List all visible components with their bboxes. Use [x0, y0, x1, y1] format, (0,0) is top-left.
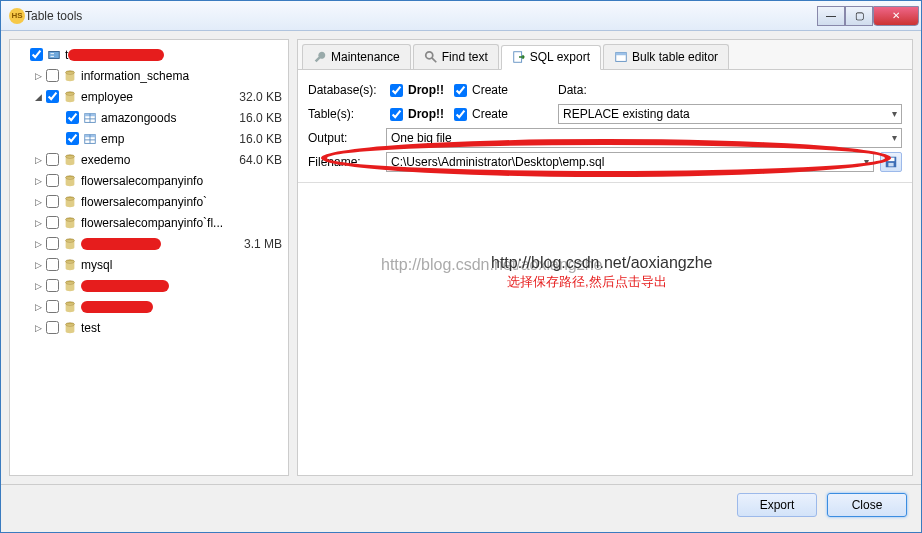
expand-toggle[interactable]: ◢: [32, 92, 44, 102]
database-icon: [63, 216, 77, 230]
tree-row[interactable]: ◢employee32.0 KB: [12, 86, 286, 107]
expand-toggle[interactable]: ▷: [32, 155, 44, 165]
export-button[interactable]: Export: [737, 493, 817, 517]
maintenance-icon: [313, 50, 327, 64]
expand-toggle[interactable]: ▷: [32, 218, 44, 228]
database-icon: [63, 90, 77, 104]
expand-toggle[interactable]: ▷: [32, 71, 44, 81]
tree-label: information_schema: [81, 69, 276, 83]
database-icon: [63, 195, 77, 209]
tree-row[interactable]: t: [12, 44, 286, 65]
tree-row[interactable]: ▷flowersalecompanyinfo`: [12, 191, 286, 212]
tree-size: 3.1 MB: [238, 237, 282, 251]
tree-checkbox[interactable]: [30, 48, 43, 61]
content: t▷information_schema◢employee32.0 KBamaz…: [1, 31, 921, 484]
tree-row[interactable]: ▷flowersalecompanyinfo`fl...: [12, 212, 286, 233]
tree-label: mysql: [81, 258, 276, 272]
tree-row[interactable]: amazongoods16.0 KB: [12, 107, 286, 128]
tree-row[interactable]: emp16.0 KB: [12, 128, 286, 149]
tree-checkbox[interactable]: [46, 195, 59, 208]
tree-row[interactable]: ▷test: [12, 317, 286, 338]
close-button[interactable]: ✕: [873, 6, 919, 26]
tbl-drop-check[interactable]: Drop!!: [386, 105, 444, 124]
database-icon: [63, 153, 77, 167]
tree-checkbox[interactable]: [46, 237, 59, 250]
maximize-button[interactable]: ▢: [845, 6, 873, 26]
database-icon: [63, 321, 77, 335]
tree-checkbox[interactable]: [46, 90, 59, 103]
tree-row[interactable]: ▷flowersalecompanyinfo: [12, 170, 286, 191]
save-icon-button[interactable]: [880, 152, 902, 172]
filename-input[interactable]: C:\Users\Administrator\Desktop\emp.sql: [386, 152, 874, 172]
expand-toggle[interactable]: ▷: [32, 176, 44, 186]
tree-label: emp: [101, 132, 233, 146]
tree-label: [81, 279, 276, 293]
filename-label: Filename:: [308, 155, 380, 169]
database-icon: [63, 279, 77, 293]
bulk-editor-icon: [614, 50, 628, 64]
tree-label: [81, 300, 276, 314]
tree-checkbox[interactable]: [46, 216, 59, 229]
database-icon: [63, 69, 77, 83]
tree-checkbox[interactable]: [46, 321, 59, 334]
db-create-check[interactable]: Create: [450, 81, 508, 100]
tab-find-text[interactable]: Find text: [413, 44, 499, 69]
tree-label: amazongoods: [101, 111, 233, 125]
tree-checkbox[interactable]: [66, 132, 79, 145]
window-title: Table tools: [25, 9, 817, 23]
export-form: Database(s): Drop!! Create Data: Table(s…: [298, 70, 912, 183]
tab-maintenance[interactable]: Maintenance: [302, 44, 411, 69]
tree-checkbox[interactable]: [46, 174, 59, 187]
tree-row[interactable]: ▷3.1 MB: [12, 233, 286, 254]
tree-checkbox[interactable]: [46, 153, 59, 166]
expand-toggle[interactable]: ▷: [32, 323, 44, 333]
tree-checkbox[interactable]: [46, 258, 59, 271]
tree-checkbox[interactable]: [46, 279, 59, 292]
footer: Export Close: [1, 484, 921, 524]
tree-label: test: [81, 321, 276, 335]
tree-row[interactable]: ▷: [12, 296, 286, 317]
tree-size: 16.0 KB: [233, 111, 282, 125]
minimize-button[interactable]: —: [817, 6, 845, 26]
titlebar: HS Table tools — ▢ ✕: [1, 1, 921, 31]
database-icon: [63, 300, 77, 314]
tables-label: Table(s):: [308, 107, 380, 121]
tree-row[interactable]: ▷: [12, 275, 286, 296]
expand-toggle[interactable]: ▷: [32, 302, 44, 312]
find-text-icon: [424, 50, 438, 64]
expand-toggle[interactable]: ▷: [32, 281, 44, 291]
tree-checkbox[interactable]: [46, 69, 59, 82]
tree-label: flowersalecompanyinfo: [81, 174, 276, 188]
tree-row[interactable]: ▷information_schema: [12, 65, 286, 86]
server-icon: [47, 48, 61, 62]
close-dialog-button[interactable]: Close: [827, 493, 907, 517]
tree-checkbox[interactable]: [46, 300, 59, 313]
tree-size: 32.0 KB: [233, 90, 282, 104]
expand-toggle[interactable]: ▷: [32, 260, 44, 270]
tab-sql-export[interactable]: SQL export: [501, 45, 601, 70]
tree-row[interactable]: ▷exedemo64.0 KB: [12, 149, 286, 170]
expand-toggle[interactable]: ▷: [32, 239, 44, 249]
tree-label: employee: [81, 90, 233, 104]
tree-row[interactable]: ▷mysql: [12, 254, 286, 275]
tree-checkbox[interactable]: [66, 111, 79, 124]
tree-size: 16.0 KB: [233, 132, 282, 146]
tab-strip: MaintenanceFind textSQL exportBulk table…: [298, 40, 912, 70]
db-drop-check[interactable]: Drop!!: [386, 81, 444, 100]
svg-line-34: [432, 57, 436, 61]
svg-rect-2: [51, 55, 55, 56]
data-label: Data:: [558, 83, 587, 97]
tab-label: Find text: [442, 50, 488, 64]
svg-rect-37: [616, 52, 627, 55]
window: HS Table tools — ▢ ✕ t▷information_schem…: [0, 0, 922, 533]
svg-rect-1: [51, 53, 55, 54]
database-icon: [63, 237, 77, 251]
data-option-select[interactable]: REPLACE existing data: [558, 104, 902, 124]
object-tree[interactable]: t▷information_schema◢employee32.0 KBamaz…: [9, 39, 289, 476]
tab-label: SQL export: [530, 50, 590, 64]
output-select[interactable]: One big file: [386, 128, 902, 148]
expand-toggle[interactable]: ▷: [32, 197, 44, 207]
tab-label: Maintenance: [331, 50, 400, 64]
tbl-create-check[interactable]: Create: [450, 105, 508, 124]
tab-bulk-editor[interactable]: Bulk table editor: [603, 44, 729, 69]
